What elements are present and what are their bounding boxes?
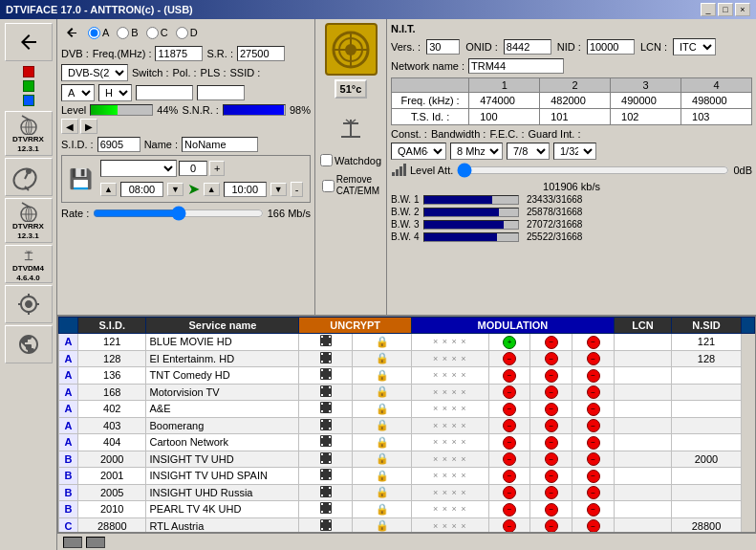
time-to-input[interactable] [224, 182, 267, 197]
row-mod-btn-orange[interactable]: − [530, 517, 572, 533]
mod-red2-btn[interactable]: − [587, 452, 600, 466]
mod-orange-btn[interactable]: − [545, 486, 558, 499]
row-mod-btn-green[interactable]: − [488, 517, 530, 533]
freq-input[interactable] [155, 46, 203, 61]
freq-val-1[interactable] [469, 93, 540, 109]
mod-red-btn[interactable]: − [503, 385, 516, 399]
row-mod-btn-orange[interactable]: − [530, 367, 572, 385]
radio-tab-B[interactable]: B [117, 27, 138, 39]
row-mod-btn-red[interactable]: − [572, 350, 615, 367]
sid-input[interactable] [97, 137, 140, 152]
mod-red2-btn[interactable]: − [587, 519, 600, 533]
mod-orange-btn[interactable]: − [545, 452, 558, 466]
time-from-input[interactable] [120, 182, 163, 197]
row-mod-btn-red[interactable]: − [572, 484, 615, 501]
ssid-input[interactable] [197, 85, 245, 100]
radio-A-input[interactable] [88, 27, 100, 39]
settings-button[interactable] [5, 285, 53, 323]
const-select[interactable]: QAM64 [391, 143, 446, 160]
table-row[interactable]: C 28800 RTL Austria 🔒 × × × × − − − 2880… [59, 517, 755, 533]
row-mod-btn-red[interactable]: − [572, 501, 615, 518]
dtvrrx2-box[interactable]: DTVRRX12.3.1 [5, 198, 53, 243]
tsid-val-1[interactable] [469, 109, 540, 125]
radio-tab-C[interactable]: C [146, 27, 168, 39]
table-row[interactable]: B 2001 INSIGHT TV UHD SPAIN 🔒 × × × × − … [59, 468, 755, 485]
mod-orange-btn[interactable]: − [545, 352, 558, 365]
network-name-input[interactable] [468, 58, 564, 74]
row-mod-btn-orange[interactable]: − [530, 350, 572, 367]
radio-tab-A[interactable]: A [88, 27, 109, 39]
radio-tab-D[interactable]: D [176, 27, 198, 39]
row-mod-btn-green[interactable]: + [488, 334, 530, 351]
nav-left-btn[interactable]: ◀ [61, 119, 78, 134]
time-to-down-btn[interactable]: ▼ [270, 183, 287, 196]
rate-slider[interactable] [93, 206, 263, 221]
table-row[interactable]: A 402 A&E 🔒 × × × × − − − [59, 401, 755, 418]
mod-orange-btn[interactable]: − [545, 470, 558, 483]
mod-orange-btn[interactable]: − [545, 519, 558, 533]
radio-B-input[interactable] [117, 27, 129, 39]
network-button[interactable] [5, 325, 53, 363]
freq-val-2[interactable] [540, 93, 611, 109]
mod-red-btn[interactable]: − [503, 419, 516, 432]
mod-orange-btn[interactable]: − [545, 436, 558, 450]
tsid-val-4[interactable] [681, 109, 752, 125]
row-mod-btn-orange[interactable]: − [530, 417, 572, 434]
time-from-down-btn[interactable]: ▼ [167, 183, 184, 196]
tsid-val-2[interactable] [540, 109, 611, 125]
bw-select[interactable]: 8 Mhz [450, 143, 503, 160]
row-mod-btn-green[interactable]: − [488, 384, 530, 401]
freq-val-3[interactable] [611, 93, 681, 109]
watchdog-checkbox[interactable] [320, 154, 333, 166]
row-mod-btn-orange[interactable]: − [530, 468, 572, 485]
tsid-val-3[interactable] [611, 109, 681, 125]
table-row[interactable]: A 403 Boomerang 🔒 × × × × − − − [59, 417, 755, 434]
row-mod-btn-orange[interactable]: − [530, 401, 572, 418]
table-row[interactable]: A 136 TNT Comedy HD 🔒 × × × × − − − [59, 367, 755, 385]
row-mod-btn-green[interactable]: − [488, 434, 530, 451]
close-button[interactable]: × [735, 3, 750, 16]
row-mod-btn-orange[interactable]: − [530, 451, 572, 468]
timer-mode-select[interactable] [100, 160, 177, 177]
mod-orange-btn[interactable]: − [545, 403, 558, 416]
vers-input[interactable] [426, 39, 460, 55]
row-mod-btn-orange[interactable]: − [530, 484, 572, 501]
fec-select[interactable]: 7/8 [507, 143, 550, 160]
guard-select[interactable]: 1/32 [553, 143, 596, 160]
mod-green-btn[interactable]: + [503, 336, 516, 349]
mod-red-btn[interactable]: − [503, 452, 516, 466]
table-row[interactable]: B 2005 INSIGHT UHD Russia 🔒 × × × × − − … [59, 484, 755, 501]
row-mod-btn-orange[interactable]: − [530, 501, 572, 518]
table-row[interactable]: B 2000 INSIGHT TV UHD 🔒 × × × × − − − 20… [59, 451, 755, 468]
mod-red2-btn[interactable]: − [587, 436, 600, 450]
mod-orange-btn[interactable]: − [545, 336, 558, 349]
mod-orange-btn[interactable]: − [545, 419, 558, 432]
service-table-container[interactable]: S.I.D. Service name UNCRYPT MODULATION L… [57, 316, 756, 533]
minimize-button[interactable]: _ [701, 3, 716, 16]
row-mod-btn-red[interactable]: − [572, 468, 615, 485]
row-mod-btn-red[interactable]: − [572, 434, 615, 451]
mod-red2-btn[interactable]: − [587, 470, 600, 483]
freq-val-4[interactable] [681, 93, 752, 109]
mod-red-btn[interactable]: − [503, 470, 516, 483]
time-from-up-btn[interactable]: ▲ [100, 183, 117, 196]
att-slider[interactable] [457, 163, 729, 178]
mod-red2-btn[interactable]: − [587, 352, 600, 365]
onid-input[interactable] [504, 39, 551, 55]
row-mod-btn-red[interactable]: − [572, 334, 615, 351]
mod-red2-btn[interactable]: − [587, 403, 600, 416]
mod-red-btn[interactable]: − [503, 519, 516, 533]
mod-red-btn[interactable]: − [503, 503, 516, 517]
row-mod-btn-orange[interactable]: − [530, 384, 572, 401]
row-mod-btn-red[interactable]: − [572, 451, 615, 468]
row-mod-btn-red[interactable]: − [572, 517, 615, 533]
mod-red-btn[interactable]: − [503, 352, 516, 365]
row-mod-btn-green[interactable]: − [488, 484, 530, 501]
mod-red2-btn[interactable]: − [587, 385, 600, 399]
maximize-button[interactable]: □ [718, 3, 733, 16]
timer-remove-btn[interactable]: - [291, 182, 304, 197]
row-mod-btn-green[interactable]: − [488, 401, 530, 418]
time-to-up-btn[interactable]: ▲ [204, 183, 220, 196]
timer-add-btn[interactable]: + [209, 161, 225, 176]
mod-orange-btn[interactable]: − [545, 385, 558, 399]
